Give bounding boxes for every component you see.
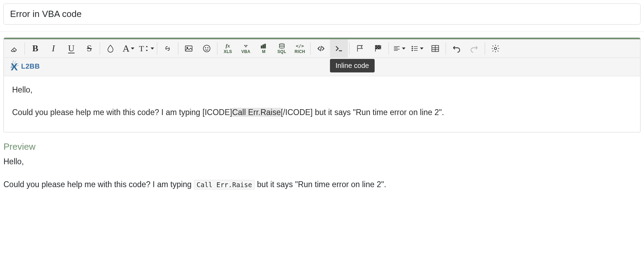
- toolbar-separator: [310, 42, 311, 55]
- svg-rect-7: [265, 44, 266, 48]
- toolbar-separator: [446, 42, 446, 55]
- preview-line: Hello,: [3, 156, 641, 168]
- editor-line: Hello,: [12, 84, 632, 96]
- fx-icon: fx: [225, 43, 231, 49]
- svg-rect-14: [378, 48, 379, 49]
- m-format-button[interactable]: M: [255, 40, 273, 58]
- xl2bb-button[interactable]: X L2BB: [4, 58, 45, 76]
- code-brackets-icon: </>: [297, 43, 303, 49]
- svg-point-1: [187, 47, 188, 48]
- text-color-button[interactable]: [101, 40, 119, 58]
- gear-icon: [491, 44, 500, 53]
- redo-button[interactable]: [465, 40, 483, 58]
- section-divider: [0, 32, 644, 32]
- toolbar-separator: [178, 42, 178, 55]
- svg-point-21: [412, 50, 412, 51]
- eraser-icon: [10, 44, 19, 53]
- smile-icon: [202, 44, 211, 53]
- table-icon: [431, 44, 440, 53]
- database-icon: [279, 43, 285, 49]
- checkered-flag-button[interactable]: [369, 40, 387, 58]
- xl2bb-icon: X: [11, 60, 23, 72]
- toolbar-separator: [25, 42, 25, 55]
- svg-point-4: [207, 47, 208, 48]
- toolbar-separator: [388, 42, 389, 55]
- settings-button[interactable]: [486, 40, 504, 58]
- link-icon: [163, 44, 172, 53]
- editor-toolbar: B I U S A T fx XLS: [4, 40, 640, 58]
- chevron-down-icon: [420, 47, 423, 50]
- toolbar-separator: [217, 42, 217, 55]
- rich-text-editor: B I U S A T fx XLS: [3, 37, 641, 132]
- insert-table-button[interactable]: [426, 40, 444, 58]
- tooltip: Inline code: [330, 59, 375, 72]
- undo-icon: [452, 44, 461, 53]
- xl2bb-label: L2BB: [21, 62, 40, 70]
- svg-rect-6: [263, 45, 264, 48]
- list-icon: [411, 44, 419, 53]
- code-block-button[interactable]: [312, 40, 330, 58]
- undo-button[interactable]: [447, 40, 465, 58]
- remove-formatting-button[interactable]: [5, 40, 23, 58]
- svg-point-20: [412, 48, 412, 49]
- svg-point-3: [205, 47, 206, 48]
- cubes-icon: [243, 43, 249, 49]
- align-left-icon: [393, 44, 401, 53]
- droplet-icon: [106, 44, 115, 53]
- italic-button[interactable]: I: [44, 40, 62, 58]
- underline-button[interactable]: U: [62, 40, 80, 58]
- rich-format-button[interactable]: </> RICH: [291, 40, 309, 58]
- font-size-icon: T: [139, 44, 144, 53]
- toolbar-separator: [100, 42, 100, 55]
- toolbar-separator: [157, 42, 157, 55]
- chevron-down-icon: [131, 47, 134, 50]
- terminal-icon: [334, 44, 343, 53]
- svg-rect-13: [375, 48, 377, 49]
- vba-format-button[interactable]: VBA: [237, 40, 255, 58]
- code-icon: [316, 44, 325, 53]
- selected-text: Call Err.Raise: [232, 108, 281, 117]
- flag-icon: [356, 44, 365, 53]
- alignment-button[interactable]: [390, 40, 408, 58]
- bars-icon: [261, 43, 267, 49]
- flag-button[interactable]: [351, 40, 369, 58]
- redo-icon: [470, 44, 479, 53]
- preview-heading: Preview: [3, 141, 641, 152]
- toolbar-separator: [485, 42, 485, 55]
- bold-icon: B: [32, 43, 38, 54]
- underline-icon: U: [68, 43, 75, 54]
- svg-point-29: [494, 47, 497, 50]
- editor-toolbar-row-2: X L2BB: [4, 58, 640, 76]
- bold-button[interactable]: B: [26, 40, 44, 58]
- insert-emoji-button[interactable]: [198, 40, 216, 58]
- italic-icon: I: [52, 43, 55, 54]
- editor-textarea[interactable]: Hello, Could you please help me with thi…: [4, 76, 640, 132]
- checkered-flag-icon: [374, 44, 383, 53]
- up-down-arrows-icon: [144, 45, 149, 52]
- sql-format-button[interactable]: SQL: [273, 40, 291, 58]
- insert-link-button[interactable]: [159, 40, 177, 58]
- svg-point-8: [279, 43, 284, 45]
- editor-line: Could you please help me with this code?…: [12, 106, 632, 119]
- chevron-down-icon: [151, 47, 154, 50]
- thread-title-input[interactable]: [3, 3, 641, 25]
- strikethrough-icon: S: [87, 43, 92, 54]
- preview-line: Could you please help me with this code?…: [3, 178, 641, 191]
- font-size-button[interactable]: T: [137, 40, 155, 58]
- insert-image-button[interactable]: [180, 40, 198, 58]
- inline-code-button[interactable]: Inline code: [330, 40, 348, 58]
- svg-point-19: [412, 46, 412, 47]
- toolbar-separator: [349, 42, 350, 55]
- chevron-down-icon: [402, 47, 405, 50]
- font-family-button[interactable]: A: [119, 40, 137, 58]
- preview-pane: Hello, Could you please help me with thi…: [3, 156, 641, 191]
- xls-format-button[interactable]: fx XLS: [219, 40, 237, 58]
- list-button[interactable]: [408, 40, 426, 58]
- inline-code-sample: Call Err.Raise: [194, 180, 255, 190]
- font-icon: A: [123, 43, 129, 54]
- strikethrough-button[interactable]: S: [80, 40, 98, 58]
- image-icon: [184, 44, 193, 53]
- svg-point-2: [203, 45, 210, 52]
- svg-rect-5: [261, 46, 262, 48]
